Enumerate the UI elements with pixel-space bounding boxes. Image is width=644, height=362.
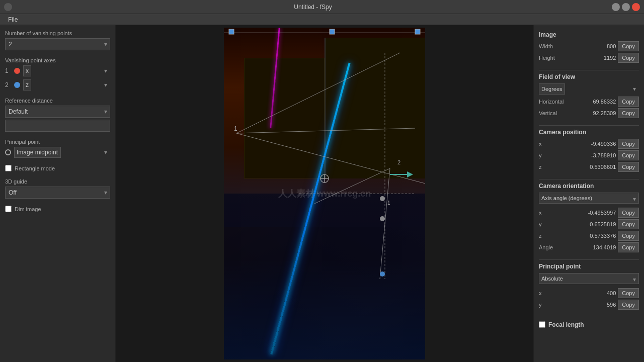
co-z-value: 0.5733376 (569, 233, 618, 239)
copy-cp-x-button[interactable]: Copy (618, 139, 639, 149)
principal-point-right-title: Principal point (539, 263, 639, 270)
width-value: 800 (569, 43, 618, 49)
fov-chevron-icon: ▾ (633, 85, 636, 93)
copy-co-z-button[interactable]: Copy (618, 231, 639, 241)
angle-label: Angle (539, 244, 569, 250)
fov-section-title: Field of view (539, 73, 639, 80)
principal-point-select-wrapper: Image midpoint ▾ (14, 147, 110, 158)
orientation-type-select[interactable]: Axis angle (degrees) (539, 193, 639, 204)
titlebar: Untitled - fSpy − □ ✕ (0, 0, 644, 14)
copy-height-button[interactable]: Copy (618, 53, 639, 63)
cp-y-label: y (539, 152, 569, 158)
dim-image-section: Dim image (5, 206, 110, 212)
rectangle-mode-section: Rectangle mode (5, 165, 110, 171)
vertical-value: 92.28309 (569, 110, 618, 116)
fov-select-wrapper: Degrees Radians ▾ (539, 83, 639, 95)
reference-distance-label: Reference distance (5, 98, 110, 104)
fov-type-select[interactable]: Degrees Radians (539, 83, 565, 95)
ref-distance-input[interactable] (5, 120, 110, 132)
cp-y-value: -3.788910 (569, 152, 618, 158)
3d-guide-select[interactable]: Off On (5, 187, 110, 199)
cp-z-row: z 0.5306601 Copy (539, 162, 639, 172)
camera-position-section: Camera position x -9.490336 Copy y -3.78… (539, 129, 639, 172)
axis2-chevron-icon: ▾ (104, 81, 107, 88)
reference-distance-section: Reference distance Default ▾ (5, 98, 110, 132)
co-y-value: -0.6525819 (569, 221, 618, 227)
menu-file[interactable]: File (4, 15, 22, 24)
close-button[interactable]: ✕ (632, 3, 640, 11)
copy-co-y-button[interactable]: Copy (618, 219, 639, 229)
fov-section: Field of view Degrees Radians ▾ Horizont… (539, 73, 639, 118)
app-icon (4, 3, 12, 11)
vertical-row: Vertical 92.28309 Copy (539, 108, 639, 118)
divider-4 (539, 259, 639, 260)
image-section: Image Width 800 Copy Height 1192 Copy (539, 31, 639, 63)
dim-image-checkbox[interactable] (5, 206, 12, 212)
axis1-color-dot (14, 68, 20, 74)
divider-5 (539, 317, 639, 317)
image-canvas: 人人素材 www.rrcg.cn 1 2 (224, 28, 425, 359)
copy-cp-y-button[interactable]: Copy (618, 150, 639, 160)
divider-1 (539, 70, 639, 70)
co-x-value: -0.4953997 (569, 210, 618, 216)
co-z-label: z (539, 233, 569, 239)
pp-y-value: 596 (569, 302, 618, 308)
co-x-label: x (539, 210, 569, 216)
principal-point-select[interactable]: Image midpoint (14, 147, 61, 158)
co-y-row: y -0.6525819 Copy (539, 219, 639, 229)
image-placeholder: 人人素材 www.rrcg.cn (224, 28, 425, 359)
horizontal-value: 69.86332 (569, 99, 618, 105)
axis2-select[interactable]: z x y (23, 79, 31, 90)
cp-z-value: 0.5306601 (569, 164, 618, 170)
angle-row: Angle 134.4019 Copy (539, 242, 639, 252)
copy-pp-y-button[interactable]: Copy (618, 300, 639, 310)
co-y-label: y (539, 221, 569, 227)
pp-select-wrapper: Absolute Relative ▾ (539, 273, 639, 286)
center-image-area: 人人素材 www.rrcg.cn 1 2 (116, 25, 533, 362)
dim-image-row: Dim image (5, 206, 110, 212)
copy-cp-z-button[interactable]: Copy (618, 162, 639, 172)
pp-y-row: y 596 Copy (539, 300, 639, 310)
copy-angle-button[interactable]: Copy (618, 242, 639, 252)
camera-position-title: Camera position (539, 129, 639, 136)
axis2-color-dot (14, 82, 20, 88)
axis2-number: 2 (5, 81, 11, 88)
maximize-button[interactable]: □ (622, 3, 630, 11)
focal-length-row: Focal length (539, 320, 639, 328)
3d-guide-label: 3D guide (5, 178, 110, 185)
co-x-row: x -0.4953997 Copy (539, 208, 639, 218)
camera-orientation-section: Camera orientation Axis angle (degrees) … (539, 183, 639, 252)
copy-pp-x-button[interactable]: Copy (618, 288, 639, 298)
ref-distance-select[interactable]: Default (5, 106, 110, 118)
height-row: Height 1192 Copy (539, 53, 639, 63)
divider-2 (539, 125, 639, 126)
horizontal-row: Horizontal 69.86332 Copy (539, 97, 639, 107)
copy-vertical-button[interactable]: Copy (618, 108, 639, 118)
height-label: Height (539, 55, 569, 61)
image-section-title: Image (539, 31, 639, 38)
width-label: Width (539, 43, 569, 49)
axis1-row: 1 x y z ▾ (5, 65, 110, 76)
copy-horizontal-button[interactable]: Copy (618, 97, 639, 107)
main-layout: Number of vanishing points 2 1 3 ▾ Vanis… (0, 25, 644, 362)
principal-point-chevron-icon: ▾ (104, 149, 107, 156)
vanishing-points-select-wrapper: 2 1 3 ▾ (5, 38, 110, 50)
pp-y-label: y (539, 302, 569, 308)
right-panel: Image Width 800 Copy Height 1192 Copy Fi… (533, 25, 644, 362)
divider-3 (539, 179, 639, 179)
copy-co-x-button[interactable]: Copy (618, 208, 639, 218)
vanishing-points-select[interactable]: 2 1 3 (5, 38, 110, 50)
focal-length-checkbox[interactable] (539, 321, 545, 328)
principal-point-label: Principal point (5, 139, 110, 145)
ref-distance-select-wrapper: Default ▾ (5, 106, 110, 118)
rectangle-mode-checkbox[interactable] (5, 165, 12, 171)
cp-z-label: z (539, 164, 569, 170)
pp-type-select[interactable]: Absolute Relative (539, 273, 639, 284)
axis1-select[interactable]: x y z (23, 65, 31, 76)
3d-guide-select-wrapper: Off On ▾ (5, 187, 110, 199)
pp-select-wrapper-outer: Absolute Relative ▾ (539, 273, 639, 286)
copy-width-button[interactable]: Copy (618, 41, 639, 51)
rectangle-mode-label: Rectangle mode (15, 165, 55, 171)
focal-length-label: Focal length (548, 321, 584, 328)
minimize-button[interactable]: − (612, 3, 620, 11)
